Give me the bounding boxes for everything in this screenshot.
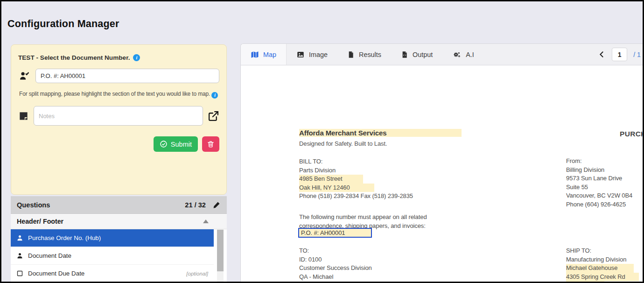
question-item-document-date[interactable]: Document Date [11, 247, 214, 265]
question-item-purchase-order[interactable]: Purchase Order No. (Hub) [11, 229, 214, 247]
chevron-left-icon[interactable] [598, 50, 606, 58]
user-icon [16, 234, 23, 241]
external-link-icon[interactable] [208, 110, 219, 122]
user-icon [16, 252, 23, 259]
tab-image[interactable]: Image [287, 44, 337, 65]
user-check-icon [18, 71, 31, 82]
question-card: TEST - Select the Document Number. i For… [11, 44, 227, 195]
map-icon [251, 50, 259, 59]
questions-list: Header/ Footer Purchase Order No. (Hub) … [11, 213, 227, 283]
question-item-document-due-date[interactable]: Document Due Date [optional] [11, 265, 214, 283]
page-number-input[interactable]: 1 [612, 48, 627, 61]
tab-ai[interactable]: A.I [442, 44, 484, 65]
page-total: / 1 [633, 51, 641, 58]
questions-title: Questions [17, 201, 50, 209]
delete-button[interactable] [202, 136, 219, 152]
doc-to-block: TO: ID: 0100 Customer Success Division Q… [299, 247, 372, 283]
app-window: Configuration Manager TEST - Select the … [0, 0, 644, 283]
tab-map[interactable]: Map [241, 44, 287, 65]
tab-output[interactable]: Output [391, 44, 442, 65]
edit-pencil-icon[interactable] [213, 201, 221, 209]
doc-tagline: Designed for Safety. Built to Last. [299, 140, 387, 147]
doc-po-number-selection[interactable]: P.O. #: AH00001 [298, 228, 372, 238]
document-number-input[interactable] [35, 69, 219, 83]
submit-button[interactable]: Submit [154, 136, 198, 152]
questions-header: Questions 21 / 32 [11, 196, 227, 213]
page-title: Configuration Manager [7, 18, 119, 30]
gears-icon [452, 50, 462, 59]
document-preview: Afforda Merchant Services Designed for S… [241, 65, 644, 283]
question-group-header: Header/ Footer [11, 214, 227, 229]
doc-bill-to-block: BILL TO: Parts Division 4985 Ben Street … [299, 157, 413, 201]
file-icon [347, 50, 355, 59]
questions-count: 21 / 32 [185, 201, 206, 209]
doc-from-block: From: Billing Division 9573 Sun Lane Dri… [566, 157, 632, 209]
doc-ship-to-block: SHIP TO: Manufacturing Division Michael … [566, 247, 639, 283]
page-navigation: 1 / 1 [598, 44, 644, 65]
scrollbar-thumb[interactable] [217, 230, 224, 271]
mapping-sidebar: TEST - Select the Document Number. i For… [11, 44, 227, 283]
info-icon[interactable]: i [133, 54, 140, 61]
info-icon[interactable]: i [211, 92, 218, 99]
document-viewer-panel: Map Image Results [240, 43, 644, 283]
doc-purchase-heading: PURCHASE [620, 130, 644, 138]
scroll-up-icon[interactable] [203, 219, 209, 223]
sticky-note-icon [18, 111, 29, 121]
doc-company-name: Afforda Merchant Services [299, 129, 462, 137]
tab-results[interactable]: Results [337, 44, 391, 65]
split-mapping-help-text: For split mapping, please highlight the … [19, 91, 210, 97]
question-card-title: TEST - Select the Document Number. [18, 54, 130, 61]
trash-icon [207, 140, 215, 148]
checkbox-icon [16, 270, 23, 277]
check-circle-icon [160, 140, 168, 148]
list-scrollbar[interactable] [217, 229, 224, 283]
notes-input[interactable] [34, 106, 203, 126]
viewer-tabbar: Map Image Results [241, 44, 644, 65]
file-code-icon [401, 50, 408, 59]
optional-badge: [optional] [186, 271, 208, 276]
image-icon [296, 50, 305, 59]
